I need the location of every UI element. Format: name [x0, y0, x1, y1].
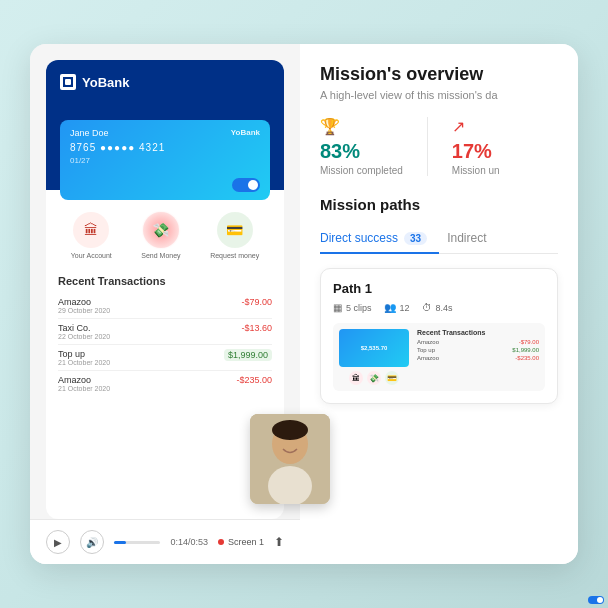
- table-row: Taxi Co. 22 October 2020 -$13.60: [58, 319, 272, 345]
- bottom-controls: ▶ 🔊 0:14/0:53 Screen 1 ⬆: [30, 519, 300, 564]
- table-row: Amazoo 21 October 2020 -$235.00: [58, 371, 272, 396]
- mission-subtitle: A high-level view of this mission's da: [320, 89, 558, 101]
- time-label: 0:14/0:53: [170, 537, 208, 547]
- bank-header: YoBank: [60, 74, 270, 90]
- mini-action-3: 💳: [385, 371, 399, 385]
- clips-icon: ▦: [333, 302, 342, 313]
- users-icon: 👥: [384, 302, 396, 313]
- phone-mockup: YoBank Jane Doe 8765 ●●●●● 4321 01/27 Yo…: [46, 60, 284, 519]
- transactions-panel: Recent Transactions Amazoo 29 October 20…: [46, 267, 284, 404]
- mini-txn-row: Amazoo -$235.00: [417, 355, 539, 361]
- mini-txn-amount: -$235.00: [515, 355, 539, 361]
- person-silhouette: [250, 414, 330, 504]
- volume-icon: 🔊: [86, 537, 98, 548]
- stat-divider: [427, 117, 428, 176]
- share-button[interactable]: ⬆: [274, 535, 284, 549]
- card-brand: YoBank: [231, 128, 260, 137]
- clock-icon: ⏱: [422, 302, 432, 313]
- clips-value: 5 clips: [346, 303, 372, 313]
- person-thumbnail: [250, 414, 330, 504]
- txn-name: Top up: [58, 349, 110, 359]
- play-icon: ▶: [54, 537, 62, 548]
- person-svg: [250, 414, 330, 504]
- progress-fill: [114, 541, 126, 544]
- send-label: Send Money: [141, 252, 180, 259]
- tab-indirect[interactable]: Indirect: [447, 225, 498, 253]
- mini-action-1: 🏛: [349, 371, 363, 385]
- table-row: Top up 21 October 2020 $1,999.00: [58, 345, 272, 371]
- account-icon: 🏛: [84, 222, 98, 238]
- request-circle: 💳: [217, 212, 253, 248]
- users-value: 12: [400, 303, 410, 313]
- left-panel: YoBank Jane Doe 8765 ●●●●● 4321 01/27 Yo…: [30, 44, 300, 564]
- bank-logo-icon: [60, 74, 76, 90]
- bank-name: YoBank: [82, 75, 129, 90]
- path-clips: ▦ 5 clips: [333, 302, 372, 313]
- mini-txn-name: Amazoo: [417, 355, 439, 361]
- txn-amount: -$235.00: [236, 375, 272, 385]
- paths-title: Mission paths: [320, 196, 558, 213]
- action-account[interactable]: 🏛 Your Account: [71, 212, 112, 259]
- volume-button[interactable]: 🔊: [80, 530, 104, 554]
- tabs-row: Direct success 33 Indirect: [320, 225, 558, 254]
- completed-value: 83%: [320, 140, 403, 163]
- arrow-icon: ↗: [452, 117, 500, 136]
- path-time: ⏱ 8.4s: [422, 302, 453, 313]
- action-send[interactable]: 💸 Send Money: [141, 212, 180, 259]
- total-time: 0:53: [190, 537, 208, 547]
- mini-card-content: $2,535.70: [361, 345, 388, 351]
- mini-txn-amount: $1,999.00: [512, 347, 539, 353]
- mini-bank-card: $2,535.70: [339, 329, 409, 367]
- main-card: YoBank Jane Doe 8765 ●●●●● 4321 01/27 Yo…: [30, 44, 578, 564]
- txn-date: 29 October 2020: [58, 307, 110, 314]
- send-circle: 💸: [143, 212, 179, 248]
- play-button[interactable]: ▶: [46, 530, 70, 554]
- table-row: Amazoo 29 October 2020 -$79.00: [58, 293, 272, 319]
- uncompleted-label: Mission un: [452, 165, 500, 176]
- txn-amount: -$79.00: [241, 297, 272, 307]
- stats-row: 🏆 83% Mission completed ↗ 17% Mission un: [320, 117, 558, 176]
- card-expiry: 01/27: [70, 156, 260, 165]
- stat-completed: 🏆 83% Mission completed: [320, 117, 403, 176]
- action-request[interactable]: 💳 Request money: [210, 212, 259, 259]
- screen-label: Screen 1: [218, 537, 264, 547]
- txn-name: Taxi Co.: [58, 323, 110, 333]
- txn-date: 21 October 2020: [58, 359, 110, 366]
- request-label: Request money: [210, 252, 259, 259]
- svg-point-4: [272, 420, 308, 440]
- stat-uncompleted: ↗ 17% Mission un: [452, 117, 500, 176]
- txn-amount: -$13.60: [241, 323, 272, 333]
- completed-label: Mission completed: [320, 165, 403, 176]
- mini-txn-name: Amazoo: [417, 339, 439, 345]
- progress-bar[interactable]: [114, 541, 160, 544]
- mini-txn-name: Top up: [417, 347, 435, 353]
- tab-direct-label: Direct success: [320, 231, 398, 245]
- mini-txn-row: Amazoo -$79.00: [417, 339, 539, 345]
- txn-name: Amazoo: [58, 297, 110, 307]
- path-card-title: Path 1: [333, 281, 545, 296]
- txn-date: 22 October 2020: [58, 333, 110, 340]
- transactions-title: Recent Transactions: [58, 275, 272, 287]
- mini-card-amount: $2,535.70: [361, 345, 388, 351]
- screen-name: Screen 1: [228, 537, 264, 547]
- mini-preview: $2,535.70 🏛 💸 💳 Recent Transactions Amaz…: [333, 323, 545, 391]
- trophy-icon: 🏆: [320, 117, 403, 136]
- credit-card: Jane Doe 8765 ●●●●● 4321 01/27 YoBank: [60, 120, 270, 200]
- request-icon: 💳: [226, 222, 243, 238]
- path-card: Path 1 ▦ 5 clips 👥 12 ⏱ 8.4s: [320, 268, 558, 404]
- bank-card-area: YoBank Jane Doe 8765 ●●●●● 4321 01/27 Yo…: [46, 60, 284, 190]
- txn-date: 21 October 2020: [58, 385, 110, 392]
- mini-action-2: 💸: [367, 371, 381, 385]
- toggle-switch[interactable]: [232, 178, 260, 192]
- mini-txn-amount: -$79.00: [519, 339, 539, 345]
- txn-name: Amazoo: [58, 375, 110, 385]
- screen-dot: [218, 539, 224, 545]
- toggle-area[interactable]: [232, 178, 260, 192]
- mini-txn-row: Top up $1,999.00: [417, 347, 539, 353]
- mini-left: $2,535.70 🏛 💸 💳: [339, 329, 409, 385]
- txn-info: Amazoo 21 October 2020: [58, 375, 110, 392]
- account-label: Your Account: [71, 252, 112, 259]
- uncompleted-value: 17%: [452, 140, 500, 163]
- send-icon: 💸: [152, 222, 169, 238]
- tab-direct-success[interactable]: Direct success 33: [320, 225, 439, 253]
